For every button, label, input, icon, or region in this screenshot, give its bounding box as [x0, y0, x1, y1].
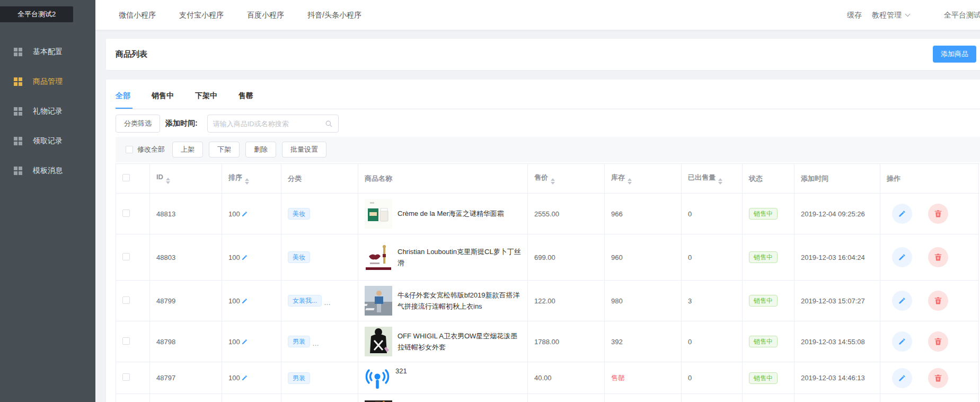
sort-carets-icon[interactable]: [718, 178, 722, 185]
edit-sort-pencil-icon[interactable]: [241, 374, 248, 381]
sort-carets-icon[interactable]: [245, 178, 249, 185]
category-tag[interactable]: 男装: [288, 336, 310, 347]
delete-row-button[interactable]: [928, 368, 948, 388]
edit-sort-pencil-icon[interactable]: [241, 298, 248, 304]
row-checkbox[interactable]: [122, 296, 130, 304]
category-tag[interactable]: 美妆: [288, 251, 310, 263]
tab-on-sale[interactable]: 销售中: [152, 88, 174, 109]
sold-count: 0: [688, 338, 692, 346]
edit-button[interactable]: [892, 291, 912, 311]
trash-icon: [934, 209, 942, 218]
status-badge: 销售中: [749, 251, 778, 263]
edit-sort-pencil-icon[interactable]: [241, 211, 248, 217]
col-added-time: 添加时间: [794, 164, 880, 194]
col-price[interactable]: 售价: [528, 164, 605, 194]
product-id: 48798: [156, 338, 175, 346]
grid-icon: [14, 137, 22, 145]
sidebar-item-label: 基本配置: [33, 47, 63, 57]
cache-link[interactable]: 缓存: [847, 0, 862, 30]
sort-value: 100: [228, 374, 240, 382]
table-row: 48798 100 男装… OFF WHIGIL A卫衣男OW星空烟花泼墨拉链帽…: [116, 321, 979, 362]
pencil-icon: [898, 209, 906, 218]
sort-carets-icon[interactable]: [628, 178, 632, 185]
trash-icon: [934, 296, 942, 305]
col-stock[interactable]: 库存: [605, 164, 682, 194]
category-tag[interactable]: 美妆: [288, 208, 310, 220]
row-checkbox[interactable]: [122, 253, 130, 260]
batch-set-button[interactable]: 批量设置: [282, 142, 326, 158]
price: 699.00: [534, 254, 555, 261]
nav-item-alipay[interactable]: 支付宝小程序: [179, 11, 224, 20]
category-filter-button[interactable]: 分类筛选: [116, 115, 160, 133]
delete-row-button[interactable]: [928, 204, 948, 224]
edit-button[interactable]: [892, 247, 912, 267]
shelf-off-button[interactable]: 下架: [209, 142, 240, 158]
trash-icon: [934, 374, 942, 382]
status-badge: 销售中: [749, 208, 778, 220]
status-badge: 销售中: [749, 336, 778, 347]
col-sold[interactable]: 已出售量: [682, 164, 743, 194]
select-all-checkbox[interactable]: [126, 146, 133, 153]
edit-sort-pencil-icon[interactable]: [241, 254, 248, 261]
search-input[interactable]: [213, 120, 325, 128]
shelf-on-button[interactable]: 上架: [172, 142, 203, 158]
add-product-button[interactable]: 添加商品: [933, 46, 976, 63]
delete-row-button[interactable]: [928, 291, 948, 311]
price: 122.00: [534, 297, 555, 305]
pencil-icon: [898, 296, 906, 305]
grid-icon: [14, 107, 22, 116]
top-header: 微信小程序 支付宝小程序 百度小程序 抖音/头条小程序 缓存 教程管理 全平台测…: [95, 0, 980, 30]
tab-off-shelf[interactable]: 下架中: [195, 88, 217, 109]
col-actions: 操作: [880, 164, 979, 194]
delete-row-button[interactable]: [928, 331, 948, 352]
edit-button[interactable]: [892, 204, 912, 224]
stock: 392: [611, 338, 623, 346]
grid-icon: [14, 48, 22, 56]
sidebar-item-label: 礼物记录: [33, 107, 63, 116]
nav-item-wechat[interactable]: 微信小程序: [119, 11, 156, 20]
sold-count: 0: [688, 374, 692, 382]
sold-count: 0: [688, 254, 692, 261]
sidebar-item-gift-records[interactable]: 礼物记录: [0, 97, 95, 126]
col-id[interactable]: ID: [150, 164, 222, 194]
price: 1788.00: [534, 338, 559, 346]
workspace-title: 全平台测试2: [0, 6, 73, 22]
edit-button[interactable]: [892, 331, 912, 352]
row-checkbox[interactable]: [122, 373, 130, 381]
sidebar-item-label: 领取记录: [33, 136, 63, 146]
product-table: ID 排序 分类 商品名称 售价 库存 已出售量 状态 添加时间 操作 4881…: [116, 163, 979, 402]
sidebar-item-template-message[interactable]: 模板消息: [0, 156, 95, 186]
edit-sort-pencil-icon[interactable]: [241, 338, 248, 345]
header-checkbox[interactable]: [122, 174, 130, 181]
tutorial-menu[interactable]: 教程管理: [872, 0, 910, 30]
sidebar-item-basic-config[interactable]: 基本配置: [0, 37, 95, 67]
delete-button[interactable]: 删除: [245, 142, 276, 158]
row-checkbox[interactable]: [122, 337, 130, 345]
col-sort[interactable]: 排序: [222, 164, 281, 194]
price: 2555.00: [534, 210, 559, 218]
chevron-down-icon: [905, 12, 911, 17]
row-checkbox[interactable]: [122, 209, 130, 217]
account-menu[interactable]: 全平台测试: [944, 0, 980, 30]
category-more-ellipsis: …: [312, 339, 319, 347]
product-thumbnail: [365, 400, 392, 402]
product-id: 48799: [156, 297, 175, 305]
edit-button[interactable]: [892, 368, 912, 388]
table-row: 48799 100 女装我...… 牛&仔外套女宽松韩版bf2019新款百搭洋气…: [116, 281, 979, 321]
category-tag[interactable]: 女装我...: [288, 295, 322, 307]
sidebar-item-claim-records[interactable]: 领取记录: [0, 126, 95, 156]
table-header-row: ID 排序 分类 商品名称 售价 库存 已出售量 状态 添加时间 操作: [116, 164, 979, 194]
sidebar-item-product-management[interactable]: 商品管理: [0, 67, 95, 97]
nav-item-douyin[interactable]: 抖音/头条小程序: [307, 11, 361, 20]
tab-sold-out[interactable]: 售罄: [239, 88, 253, 109]
col-name: 商品名称: [358, 164, 528, 194]
search-icon[interactable]: [325, 120, 333, 128]
sort-carets-icon[interactable]: [551, 178, 555, 185]
category-tag[interactable]: 男装: [288, 372, 310, 384]
grid-icon: [14, 77, 22, 86]
delete-row-button[interactable]: [928, 247, 948, 267]
nav-item-baidu[interactable]: 百度小程序: [247, 11, 284, 20]
tab-all[interactable]: 全部: [116, 88, 130, 109]
table-row-partial: [116, 394, 979, 402]
sort-carets-icon[interactable]: [166, 178, 170, 184]
